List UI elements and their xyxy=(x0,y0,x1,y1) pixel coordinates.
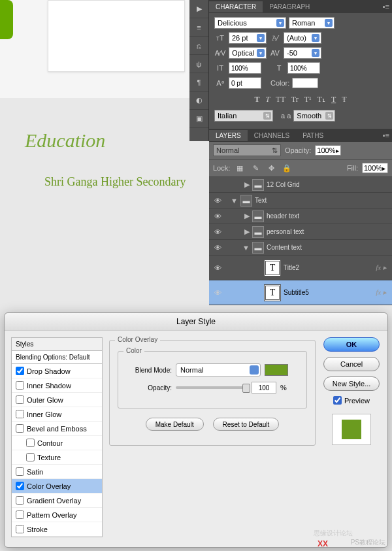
cancel-button[interactable]: Cancel xyxy=(323,357,380,371)
smallcaps-button[interactable]: Tr xyxy=(291,95,299,105)
fx-badge[interactable]: fx ▸ xyxy=(376,288,389,297)
visibility-icon[interactable]: 👁 xyxy=(212,264,223,272)
effect-row[interactable]: Inner Glow xyxy=(12,407,102,422)
green-edge-deco xyxy=(0,0,13,39)
text-color-swatch[interactable] xyxy=(292,78,318,88)
layers-menu-icon[interactable]: ▪≡ xyxy=(380,131,392,139)
lock-position-icon[interactable]: ✥ xyxy=(265,162,277,174)
font-size-input[interactable]: 26 pt▾ xyxy=(229,32,267,44)
visibility-icon[interactable]: 👁 xyxy=(212,289,223,297)
effect-checkbox[interactable] xyxy=(16,482,24,490)
opacity-slider[interactable] xyxy=(176,386,248,389)
effect-checkbox[interactable] xyxy=(26,439,35,447)
effect-checkbox[interactable] xyxy=(16,381,24,390)
make-default-button[interactable]: Make Default xyxy=(146,418,204,431)
blend-mode-select[interactable]: Normal⇅ xyxy=(213,144,281,156)
antialias-select[interactable]: Smooth⇅ xyxy=(293,110,335,122)
fold-toggle[interactable]: ▶ xyxy=(244,227,250,235)
effect-row[interactable]: Bevel and Emboss xyxy=(12,422,102,436)
tab-paragraph[interactable]: PARAGRAPH xyxy=(263,1,316,12)
kerning-select[interactable]: Optical▾ xyxy=(229,47,267,59)
effect-checkbox[interactable] xyxy=(16,510,24,519)
type-style-buttons: T T TT Tr T¹ T₁ T Ŧ xyxy=(214,92,387,107)
effect-row[interactable]: Drop Shadow xyxy=(12,364,102,378)
effect-checkbox[interactable] xyxy=(16,410,24,418)
strike-button[interactable]: Ŧ xyxy=(342,95,346,105)
fx-badge[interactable]: fx ▸ xyxy=(376,263,389,272)
visibility-icon[interactable]: 👁 xyxy=(212,228,223,236)
effect-checkbox[interactable] xyxy=(16,395,24,404)
font-family-select[interactable]: Delicious▾ xyxy=(214,17,286,29)
visibility-icon[interactable]: 👁 xyxy=(212,197,223,205)
vscale-input[interactable]: 100% xyxy=(229,62,261,74)
layer-row[interactable]: ▶▬12 Col Grid xyxy=(209,177,392,193)
effect-checkbox[interactable] xyxy=(26,453,35,461)
opacity-input[interactable]: 100%▸ xyxy=(315,145,341,156)
superscript-button[interactable]: T¹ xyxy=(304,95,312,105)
effect-checkbox[interactable] xyxy=(16,424,24,433)
adjust-icon[interactable]: ◐ xyxy=(189,92,208,110)
effect-row[interactable]: Texture xyxy=(12,450,102,465)
baseline-input[interactable]: 0 pt xyxy=(229,77,261,89)
fold-toggle[interactable]: ▶ xyxy=(244,180,250,188)
effect-row[interactable]: Satin xyxy=(12,465,102,479)
overlay-color-swatch[interactable] xyxy=(265,364,288,376)
effect-row[interactable]: Inner Shadow xyxy=(12,378,102,393)
hscale-input[interactable]: 100% xyxy=(287,62,320,74)
layer-row[interactable]: 👁▶▬personal text xyxy=(209,224,392,240)
effect-checkbox[interactable] xyxy=(16,496,24,505)
fold-toggle[interactable]: ▼ xyxy=(242,244,250,252)
layer-row[interactable]: 👁TSubtitle5fx ▸ xyxy=(209,280,392,305)
play-icon[interactable]: ▶ xyxy=(189,0,208,18)
effect-row[interactable]: Stroke xyxy=(12,522,102,537)
tab-paths[interactable]: PATHS xyxy=(296,130,330,141)
tab-channels[interactable]: CHANNELS xyxy=(248,130,296,141)
fold-toggle[interactable]: ▼ xyxy=(231,197,238,205)
layer-row[interactable]: 👁▼▬Content text xyxy=(209,240,392,256)
swatches-icon[interactable]: ▣ xyxy=(189,110,208,128)
fork-icon[interactable]: ψ xyxy=(189,55,208,73)
effect-row[interactable]: Gradient Overlay xyxy=(12,493,102,508)
ok-button[interactable]: OK xyxy=(323,337,380,352)
styles-header[interactable]: Styles xyxy=(12,338,102,351)
styles-list: Styles Blending Options: Default Drop Sh… xyxy=(11,337,103,537)
effect-row[interactable]: Pattern Overlay xyxy=(12,508,102,522)
lock-transparent-icon[interactable]: ▦ xyxy=(234,162,246,174)
bold-button[interactable]: T xyxy=(254,95,259,105)
visibility-icon[interactable]: 👁 xyxy=(212,212,223,220)
layer-row[interactable]: 👁▼▬Text xyxy=(209,193,392,209)
effect-row[interactable]: Contour xyxy=(12,436,102,450)
new-style-button[interactable]: New Style... xyxy=(323,376,380,391)
leading-input[interactable]: (Auto)▾ xyxy=(284,32,321,44)
blendmode-select[interactable]: Normal xyxy=(176,363,261,376)
fold-toggle[interactable]: ▶ xyxy=(244,212,250,220)
tracking-input[interactable]: -50▾ xyxy=(284,47,321,59)
tab-layers[interactable]: LAYERS xyxy=(209,130,248,141)
language-select[interactable]: Italian⇅ xyxy=(214,110,273,122)
reset-default-button[interactable]: Reset to Default xyxy=(213,418,280,431)
panel-menu-icon[interactable]: ▪≡ xyxy=(380,3,392,10)
effect-checkbox[interactable] xyxy=(16,467,24,476)
allcaps-button[interactable]: TT xyxy=(276,95,286,105)
layer-row[interactable]: 👁TTitle2fx ▸ xyxy=(209,256,392,280)
effect-checkbox[interactable] xyxy=(16,367,24,375)
subscript-button[interactable]: T₁ xyxy=(318,95,325,105)
font-style-select[interactable]: Roman▾ xyxy=(289,17,335,29)
list-icon[interactable]: ≡ xyxy=(189,18,208,37)
effect-checkbox[interactable] xyxy=(16,525,24,533)
italic-button[interactable]: T xyxy=(265,95,270,105)
fill-input[interactable]: 100%▸ xyxy=(362,163,388,173)
effect-row[interactable]: Color Overlay xyxy=(12,479,102,493)
paragraph-icon[interactable]: ¶ xyxy=(189,73,208,92)
visibility-icon[interactable]: 👁 xyxy=(212,244,223,252)
blending-options-row[interactable]: Blending Options: Default xyxy=(12,351,102,364)
effect-row[interactable]: Outer Glow xyxy=(12,393,102,407)
opacity-value[interactable]: 100 xyxy=(252,382,276,393)
layer-row[interactable]: 👁▶▬header text xyxy=(209,209,392,224)
underline-button[interactable]: T xyxy=(331,95,336,105)
lock-pixels-icon[interactable]: ✎ xyxy=(250,162,261,174)
lock-all-icon[interactable]: 🔒 xyxy=(281,162,293,174)
preview-checkbox[interactable]: Preview xyxy=(333,396,370,405)
tab-character[interactable]: CHARACTER xyxy=(209,1,263,12)
brush-icon[interactable]: ⎌ xyxy=(189,37,208,55)
